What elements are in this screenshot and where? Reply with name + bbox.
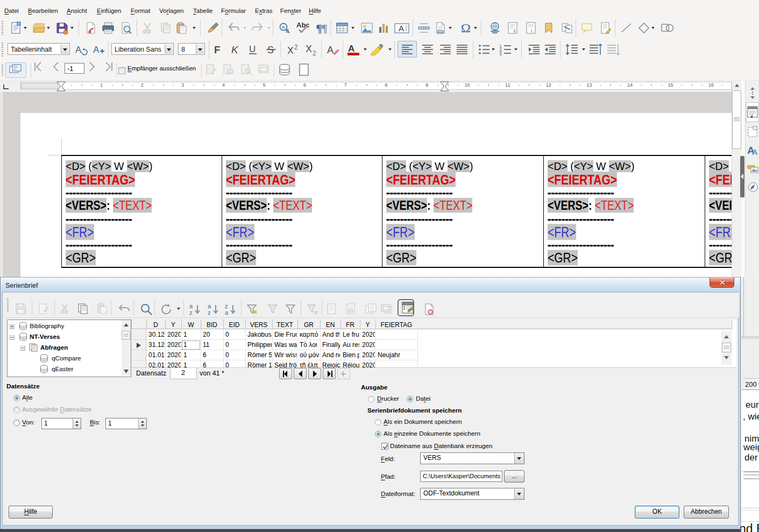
svg-text:F: F (214, 44, 221, 55)
svg-text:i: i (531, 28, 532, 33)
svg-text:A: A (348, 44, 354, 54)
svg-text:Abc: Abc (296, 22, 310, 29)
svg-text:A: A (93, 45, 100, 55)
svg-text:X: X (306, 44, 312, 54)
svg-text:A: A (399, 24, 404, 33)
svg-text:d: d (286, 28, 289, 34)
svg-text:K: K (231, 44, 239, 55)
svg-text:3: 3 (499, 51, 502, 56)
svg-text:U: U (249, 44, 256, 54)
svg-text:a: a (189, 303, 193, 309)
svg-text:2: 2 (294, 44, 298, 51)
svg-text:z: z (189, 309, 193, 316)
svg-text:1: 1 (513, 28, 516, 33)
svg-text:2: 2 (313, 49, 316, 56)
svg-text:¶: ¶ (321, 22, 328, 34)
svg-text:z: z (208, 309, 211, 316)
svg-text:X: X (287, 45, 294, 56)
svg-text:Ω: Ω (461, 22, 471, 34)
svg-text:a: a (208, 303, 211, 309)
svg-text:A: A (327, 45, 334, 55)
svg-text:A: A (752, 147, 758, 157)
svg-text:a: a (225, 309, 229, 316)
svg-text:z: z (225, 303, 228, 309)
svg-text:a: a (282, 24, 285, 30)
svg-text:S: S (267, 45, 274, 55)
svg-text:A: A (75, 45, 82, 55)
